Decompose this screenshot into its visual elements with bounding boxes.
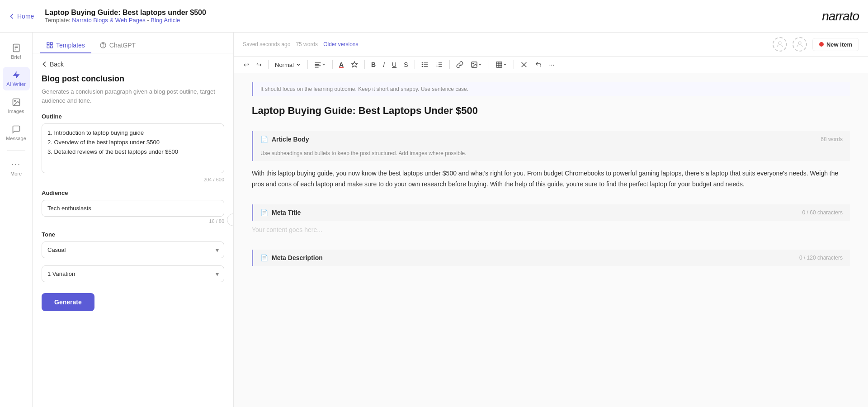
top-header: Home Laptop Buying Guide: Best laptops u… — [0, 0, 868, 33]
svg-point-12 — [103, 47, 103, 47]
audience-input[interactable] — [42, 200, 224, 217]
section-article-body-content[interactable]: With this laptop buying guide, you now k… — [252, 165, 850, 194]
new-item-button[interactable]: New Item — [812, 38, 859, 51]
chevron-left-icon — [9, 13, 15, 19]
numbered-list-button[interactable]: 123 — [433, 59, 446, 70]
clear-format-button[interactable] — [518, 59, 530, 70]
highlight-button[interactable] — [348, 59, 361, 70]
main-layout: Brief AI Writer Images Message ··· More … — [0, 33, 868, 407]
highlight-icon — [351, 61, 358, 68]
section-article-body-instruction: Use subheadings and bullets to keep the … — [252, 147, 850, 161]
tone-label: Tone — [42, 231, 224, 238]
svg-rect-7 — [47, 43, 49, 45]
section-article-body: 📄 Article Body 68 words Use subheadings … — [252, 131, 850, 194]
bold-button[interactable]: B — [368, 59, 378, 70]
strikethrough-button[interactable]: S — [401, 59, 410, 70]
outline-label: Outline — [42, 113, 224, 120]
svg-point-23 — [422, 64, 422, 65]
undo-button[interactable]: ↩ — [241, 59, 252, 70]
doc-title: Laptop Buying Guide: Best laptops under … — [45, 9, 206, 17]
person-icon — [776, 40, 784, 48]
svg-marker-4 — [13, 71, 19, 79]
section-meta-title-label: Meta Title — [272, 209, 301, 216]
user-avatar-1 — [773, 37, 787, 52]
align-chevron-icon — [321, 62, 326, 67]
section-article-body-label: Article Body — [272, 136, 309, 143]
tab-chatgpt[interactable]: ChatGPT — [93, 38, 142, 53]
table-icon — [495, 61, 503, 68]
image-chevron-icon — [478, 62, 482, 67]
back-button[interactable]: Back — [42, 61, 224, 68]
doc-template-line: Template: Narrato Blogs & Web Pages - Bl… — [45, 17, 206, 24]
sidebar-item-more[interactable]: ··· More — [3, 156, 30, 180]
undo2-icon — [535, 61, 542, 68]
more-options-button[interactable]: ··· — [547, 59, 557, 70]
editor-content: It should focus on the learning outcome.… — [234, 73, 868, 407]
images-icon — [12, 98, 21, 107]
format-select-button[interactable]: Normal — [272, 60, 304, 70]
tone-select[interactable]: Casual Formal Professional Friendly — [42, 241, 224, 258]
meta-title-doc-icon: 📄 — [260, 209, 268, 216]
svg-point-6 — [14, 100, 15, 102]
sidebar-item-message[interactable]: Message — [3, 121, 30, 145]
svg-rect-17 — [315, 66, 321, 66]
svg-point-14 — [798, 42, 801, 44]
svg-rect-16 — [315, 64, 320, 65]
svg-rect-10 — [50, 46, 52, 48]
panel-content: Back Blog post conclusion Generates a co… — [33, 53, 233, 318]
word-count: 75 words — [296, 41, 318, 47]
align-button[interactable] — [311, 59, 329, 70]
editor-toolbar: ↩ ↪ Normal A B I U S — [234, 57, 868, 73]
logo: narrato — [822, 9, 859, 24]
undo2-button[interactable] — [532, 59, 545, 70]
tab-templates[interactable]: Templates — [40, 38, 91, 53]
sidebar-item-ai-writer-label: AI Writer — [6, 81, 26, 87]
section-meta-description-char-count: 0 / 120 characters — [799, 255, 843, 261]
template-source-link[interactable]: Narrato Blogs & Web Pages — [72, 17, 145, 24]
sidebar-item-message-label: Message — [6, 136, 26, 141]
sidebar-item-brief[interactable]: Brief — [3, 40, 30, 63]
redo-button[interactable]: ↪ — [254, 59, 264, 70]
sidebar-item-images[interactable]: Images — [3, 94, 30, 118]
section-meta-description: 📄 Meta Description 0 / 120 characters — [252, 250, 850, 266]
variation-select[interactable]: 1 Variation 2 Variations 3 Variations — [42, 265, 224, 282]
underline-button[interactable]: U — [389, 59, 399, 70]
svg-rect-33 — [496, 62, 502, 67]
link-icon — [456, 61, 463, 68]
template-title: Blog post conclusion — [42, 74, 224, 84]
template-type-link[interactable]: Blog Article — [151, 17, 180, 24]
home-link[interactable]: Home — [9, 13, 34, 20]
sidebar-icons: Brief AI Writer Images Message ··· More — [0, 33, 33, 407]
outline-textarea[interactable]: 1. Introduction to laptop buying guide 2… — [42, 123, 224, 173]
ai-writer-icon — [12, 71, 21, 80]
svg-point-32 — [472, 63, 473, 64]
chatgpt-icon — [99, 42, 107, 49]
editor-topbar-right: New Item — [773, 37, 859, 52]
image-insert-button[interactable] — [468, 59, 485, 70]
sidebar-item-ai-writer[interactable]: AI Writer — [3, 67, 30, 90]
italic-button[interactable]: I — [380, 59, 387, 70]
older-versions-link[interactable]: Older versions — [323, 41, 358, 47]
toolbar-divider-1 — [268, 60, 269, 69]
meta-title-placeholder[interactable]: Your content goes here... — [252, 221, 850, 239]
svg-rect-9 — [47, 46, 49, 48]
doc-info: Laptop Buying Guide: Best laptops under … — [45, 9, 206, 24]
article-body-doc-icon: 📄 — [260, 136, 268, 143]
section-meta-title-title-group: 📄 Meta Title — [260, 209, 301, 216]
font-color-button[interactable]: A — [336, 59, 346, 70]
align-icon — [314, 61, 321, 68]
toolbar-divider-5 — [415, 60, 415, 69]
toolbar-divider-7 — [489, 60, 489, 69]
link-button[interactable] — [453, 59, 466, 70]
bullet-list-button[interactable] — [419, 59, 431, 70]
outline-char-count: 204 / 600 — [42, 177, 224, 182]
more-dots-icon: ··· — [11, 160, 21, 169]
generate-button[interactable]: Generate — [42, 293, 94, 311]
table-button[interactable] — [493, 59, 510, 70]
editor-topbar: Saved seconds ago 75 words Older version… — [234, 33, 868, 57]
numbered-list-icon: 123 — [436, 61, 443, 68]
content-title[interactable]: Laptop Buying Guide: Best Laptops Under … — [252, 101, 850, 120]
sidebar-item-more-label: More — [10, 171, 22, 176]
sidebar-item-images-label: Images — [8, 109, 24, 114]
header-left: Home Laptop Buying Guide: Best laptops u… — [9, 9, 206, 24]
